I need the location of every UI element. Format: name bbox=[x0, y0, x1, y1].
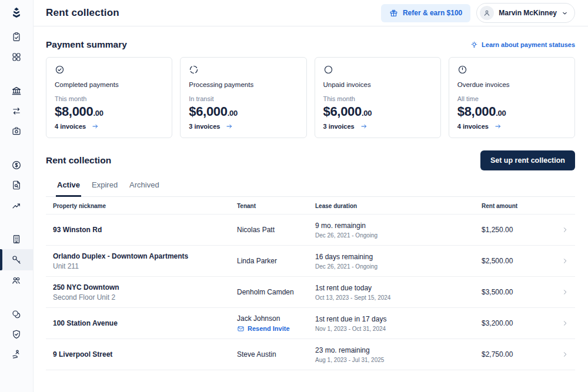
tenant-name: Steve Austin bbox=[237, 350, 315, 359]
sidebar-item-grid[interactable] bbox=[0, 47, 33, 67]
column-lease-duration: Lease duration bbox=[315, 203, 482, 209]
sidebar-item-bank[interactable] bbox=[0, 81, 33, 101]
property-name: 9 Liverpool Street bbox=[53, 350, 237, 359]
trend-chart-icon bbox=[11, 200, 22, 210]
resend-invite-link[interactable]: Resend Invite bbox=[237, 325, 315, 333]
sidebar-item-document-search[interactable] bbox=[0, 175, 33, 195]
sidebar-item-rent-collection[interactable] bbox=[0, 249, 33, 270]
tenant-name: Denholm Camden bbox=[237, 288, 315, 296]
property-name: 250 NYC Downtown bbox=[53, 283, 237, 292]
property-name: Orlando Duplex - Downtown Apartments bbox=[53, 252, 237, 260]
column-tenant: Tenant bbox=[237, 203, 315, 209]
card-invoices-link[interactable]: 3 invoices bbox=[189, 123, 298, 130]
sidebar bbox=[0, 0, 34, 392]
page-title: Rent collection bbox=[46, 7, 119, 19]
card-overdue-invoices: Overdue invoices All time $8,000.00 4 in… bbox=[449, 57, 575, 138]
rent-amount: $1,250.00 bbox=[482, 226, 549, 234]
card-period: In transit bbox=[189, 95, 298, 102]
tab-expired[interactable]: Expired bbox=[91, 180, 119, 197]
card-amount: $6,000.00 bbox=[189, 104, 298, 119]
card-period: This month bbox=[323, 95, 432, 102]
card-label: Overdue invoices bbox=[457, 81, 566, 88]
lease-dates: Aug 1, 2023 - Jul 31, 2025 bbox=[315, 357, 482, 363]
column-property-nickname: Property nickname bbox=[46, 203, 237, 209]
rent-amount: $3,200.00 bbox=[482, 319, 549, 327]
bank-icon bbox=[11, 86, 22, 96]
app-logo[interactable] bbox=[0, 0, 33, 27]
lease-dates: Oct 13, 2023 - Sept 15, 2024 bbox=[315, 294, 482, 301]
learn-payment-statuses-link[interactable]: Learn about payment statuses bbox=[470, 41, 575, 49]
sidebar-item-insurance[interactable] bbox=[0, 324, 33, 344]
sidebar-item-cash-box[interactable] bbox=[0, 121, 33, 141]
empty-circle-icon bbox=[323, 65, 333, 75]
table-header: Property nickname Tenant Lease duration … bbox=[46, 197, 575, 215]
payment-summary-header: Payment summary Learn about payment stat… bbox=[46, 39, 575, 50]
sidebar-item-analytics[interactable] bbox=[0, 195, 33, 215]
sidebar-item-properties[interactable] bbox=[0, 229, 33, 249]
card-label: Processing payments bbox=[189, 81, 298, 88]
sidebar-item-tenants[interactable] bbox=[0, 270, 33, 290]
tenant-name: Linda Parker bbox=[237, 257, 315, 265]
card-amount: $8,000.00 bbox=[55, 104, 163, 119]
main-area: Rent collection Refer & earn $100 Marvin… bbox=[34, 0, 588, 392]
refer-earn-button[interactable]: Refer & earn $100 bbox=[381, 4, 470, 22]
tab-active[interactable]: Active bbox=[56, 180, 81, 197]
lease-dates: Nov 1, 2023 - Oct 31, 2024 bbox=[315, 326, 482, 332]
sidebar-item-transfers[interactable] bbox=[0, 101, 33, 121]
tenant-name: Nicolas Patt bbox=[237, 226, 315, 234]
rent-amount: $2,500.00 bbox=[482, 257, 549, 265]
coins-icon bbox=[11, 309, 22, 320]
card-completed-payments: Completed payments This month $8,000.00 … bbox=[46, 57, 172, 138]
sidebar-item-support[interactable] bbox=[0, 344, 33, 364]
chevron-down-icon bbox=[562, 10, 568, 16]
refer-earn-label: Refer & earn $100 bbox=[403, 9, 462, 17]
user-menu[interactable]: Marvin McKinney bbox=[476, 3, 575, 23]
document-search-icon bbox=[11, 180, 22, 190]
rent-collection-title: Rent collection bbox=[46, 155, 111, 166]
sidebar-item-payments[interactable] bbox=[0, 155, 33, 175]
card-unpaid-invoices: Unpaid invoices This month $6,000.00 3 i… bbox=[315, 57, 441, 138]
people-icon bbox=[11, 275, 22, 286]
gift-icon bbox=[389, 9, 398, 18]
chevron-right-icon bbox=[562, 257, 569, 264]
lease-dates: Dec 26, 2021 - Ongoing bbox=[315, 263, 482, 270]
table-row[interactable]: Orlando Duplex - Downtown Apartments Uni… bbox=[46, 246, 575, 277]
card-invoices-link[interactable]: 3 invoices bbox=[323, 123, 432, 130]
loader-circle-icon bbox=[189, 65, 199, 75]
sidebar-item-rewards[interactable] bbox=[0, 304, 33, 324]
card-label: Completed payments bbox=[55, 81, 163, 88]
card-label: Unpaid invoices bbox=[323, 81, 432, 88]
grid-apps-icon bbox=[11, 52, 22, 62]
topbar: Rent collection Refer & earn $100 Marvin… bbox=[34, 0, 588, 26]
overdue-clock-icon bbox=[457, 65, 467, 75]
card-invoices-link[interactable]: 4 invoices bbox=[457, 123, 566, 130]
care-hand-icon bbox=[11, 349, 22, 360]
property-name: 93 Winston Rd bbox=[53, 226, 237, 234]
tab-archived[interactable]: Archived bbox=[128, 180, 161, 197]
arrow-right-icon bbox=[494, 123, 502, 130]
lease-status: 23 mo. remaining bbox=[315, 346, 482, 354]
sidebar-item-clipboard-check[interactable] bbox=[0, 27, 33, 47]
table-row[interactable]: 100 Station Avenue Jack Johnson Resend I… bbox=[46, 308, 575, 339]
tenant-name: Jack Johnson bbox=[237, 314, 315, 323]
lease-status: 9 mo. remaingin bbox=[315, 222, 482, 230]
envelope-icon bbox=[237, 325, 245, 333]
cash-box-icon bbox=[11, 126, 22, 136]
table-row[interactable]: 250 NYC Downtown Second Floor Unit 2 Den… bbox=[46, 277, 575, 308]
lease-status: 1st rent due today bbox=[315, 284, 482, 292]
building-icon bbox=[11, 234, 22, 244]
property-unit: Second Floor Unit 2 bbox=[53, 293, 237, 301]
avatar bbox=[480, 6, 494, 20]
setup-rent-collection-button[interactable]: Set up rent collection bbox=[480, 150, 575, 170]
check-circle-icon bbox=[55, 65, 65, 75]
card-invoices-link[interactable]: 4 invoices bbox=[55, 123, 163, 130]
topbar-actions: Refer & earn $100 Marvin McKinney bbox=[381, 3, 575, 23]
table-row[interactable]: 9 Liverpool Street Steve Austin 23 mo. r… bbox=[46, 339, 575, 370]
property-unit: Unit 211 bbox=[53, 262, 237, 270]
chevron-right-icon bbox=[562, 289, 569, 296]
transfer-arrows-icon bbox=[11, 106, 22, 116]
table-row[interactable]: 93 Winston Rd Nicolas Patt 9 mo. remaing… bbox=[46, 215, 575, 246]
learn-link-label: Learn about payment statuses bbox=[482, 41, 575, 48]
payment-summary-cards: Completed payments This month $8,000.00 … bbox=[46, 57, 575, 138]
user-name: Marvin McKinney bbox=[499, 9, 557, 17]
